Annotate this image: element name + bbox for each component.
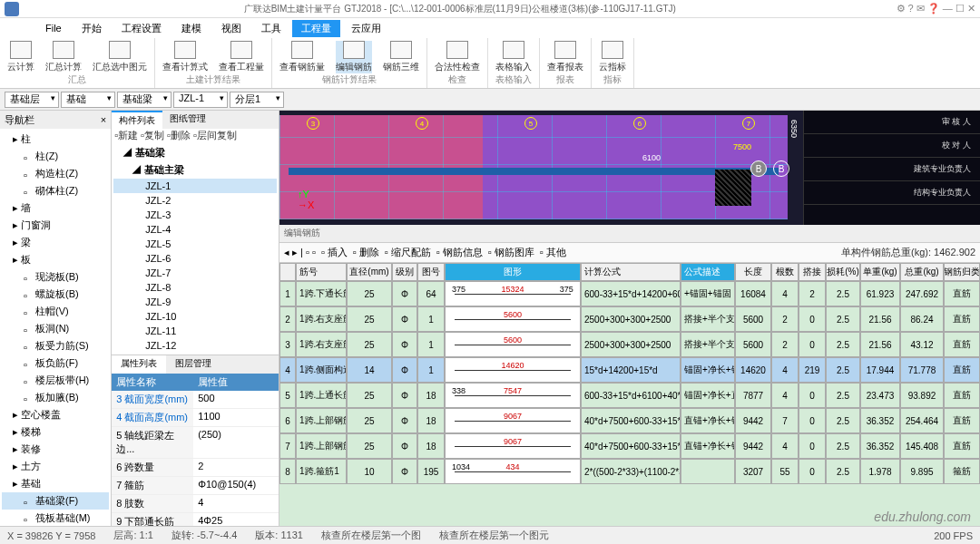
menu-建模[interactable]: 建模 [172, 20, 211, 37]
tree-node[interactable]: ▫柱(Z) [2, 148, 109, 165]
tree-node[interactable]: ▫砌体柱(Z) [2, 182, 109, 199]
ribbon-编辑钢筋[interactable]: 编辑钢筋 [336, 41, 372, 73]
cell[interactable]: 5600 [445, 332, 581, 357]
tree-node[interactable]: ▫板加腋(B) [2, 389, 109, 406]
cell[interactable]: 4 [771, 281, 799, 306]
menu-工具[interactable]: 工具 [252, 20, 290, 37]
ribbon-云指标[interactable]: 云指标 [599, 41, 626, 73]
col-header[interactable]: 计算公式 [581, 263, 681, 281]
tab-图层管理[interactable]: 图层管理 [166, 355, 220, 374]
tree-node[interactable]: ▸ 柱 [2, 131, 109, 148]
cell[interactable]: 23.473 [860, 383, 900, 408]
cell[interactable]: 17.944 [860, 357, 900, 383]
col-header[interactable]: 筋号 [296, 263, 347, 281]
cell[interactable]: 1.978 [860, 459, 900, 484]
cell[interactable]: 4 [771, 433, 799, 459]
gridtool-钢筋信息[interactable]: ▫ 钢筋信息 [436, 246, 483, 259]
table-row[interactable]: 21跨.右支座筋125Φ156002500+300+300+2500搭接+半个支… [279, 306, 980, 332]
list-item[interactable]: JZL-4 [113, 222, 277, 237]
cell[interactable]: 5 [279, 383, 296, 408]
tree-node[interactable]: ▸ 空心楼盖 [2, 406, 109, 423]
table-row[interactable]: 51跨.上通长筋125Φ183387547600-33+15*d+6100+40… [279, 383, 980, 408]
filter-dropdown[interactable]: JZL-1 [173, 92, 228, 108]
cell[interactable]: 18 [417, 383, 445, 408]
cell[interactable]: 5600 [735, 332, 771, 357]
list-item[interactable]: JZL-2 [113, 193, 277, 208]
tree-node[interactable]: ▫板洞(N) [2, 320, 109, 337]
cell[interactable]: 25 [347, 408, 392, 433]
tree-node[interactable]: ▫柱帽(V) [2, 303, 109, 320]
col-header[interactable]: 根数 [771, 263, 799, 281]
cell[interactable]: 600-33+15*d+6100+40*d [581, 383, 681, 408]
cell[interactable]: 2.5 [826, 281, 860, 306]
ribbon-合法性检查[interactable]: 合法性检查 [435, 41, 480, 73]
cell[interactable]: 4 [771, 383, 799, 408]
menu-开始[interactable]: 开始 [73, 20, 111, 37]
cell[interactable]: 3 [279, 332, 296, 357]
cell[interactable]: Φ [392, 433, 417, 459]
cell[interactable]: 1跨.侧面构造筋1 [296, 357, 347, 383]
tree-node[interactable]: ▸ 土方 [2, 458, 109, 475]
cell[interactable]: 8 [279, 459, 296, 484]
cell[interactable]: 1跨.右支座筋2 [296, 332, 347, 357]
tool-新建[interactable]: ▫新建 [114, 129, 138, 142]
cell[interactable]: 36.352 [860, 408, 900, 433]
ribbon-云计算[interactable]: 云计算 [7, 41, 34, 73]
cell[interactable]: Φ [392, 306, 417, 332]
gridtool-插入[interactable]: ▫ 插入 [321, 246, 348, 259]
cell[interactable]: Φ [392, 383, 417, 408]
col-header[interactable]: 长度 [735, 263, 771, 281]
col-header[interactable]: 单重(kg) [860, 263, 900, 281]
cell[interactable]: 1 [417, 332, 445, 357]
cell[interactable]: 0 [799, 459, 826, 484]
col-header[interactable]: 公式描述 [681, 263, 735, 281]
cell[interactable]: 3387547 [445, 383, 581, 408]
cell[interactable]: 1跨.上部钢筋1 [296, 433, 347, 459]
filter-dropdown[interactable]: 分层1 [230, 92, 284, 108]
cell[interactable]: 直筋 [944, 408, 980, 433]
cell[interactable]: 2.5 [826, 306, 860, 332]
cell[interactable]: 40*d+7500+600-33+15*d [581, 408, 681, 433]
ribbon-钢筋三维[interactable]: 钢筋三维 [383, 41, 419, 73]
cell[interactable]: 直筋 [944, 357, 980, 383]
cell[interactable]: 43.12 [900, 332, 944, 357]
ribbon-查看计算式[interactable]: 查看计算式 [162, 41, 208, 73]
cell[interactable]: +锚固+锚固 [681, 281, 735, 306]
cell[interactable]: 195 [417, 459, 445, 484]
cell[interactable]: 1 [279, 281, 296, 306]
list-group[interactable]: ◢ 基础主梁 [113, 161, 277, 179]
cell[interactable]: 55 [771, 459, 799, 484]
cell[interactable]: 21.56 [860, 332, 900, 357]
prop-value[interactable]: Φ10@150(4) [193, 477, 279, 494]
col-header[interactable]: 直径(mm) [347, 263, 392, 281]
tree-node[interactable]: ▫螺旋板(B) [2, 286, 109, 303]
cell[interactable]: 2.5 [826, 357, 860, 383]
cell[interactable]: 2 [279, 306, 296, 332]
tab-构件列表[interactable]: 构件列表 [112, 111, 162, 129]
cell[interactable]: 61.923 [860, 281, 900, 306]
cell[interactable]: 9067 [445, 433, 581, 459]
list-item[interactable]: JZL-7 [113, 266, 277, 280]
col-header[interactable]: 钢筋归类 [944, 263, 980, 281]
nav-close-icon[interactable]: × [101, 114, 106, 125]
cell[interactable]: 0 [799, 433, 826, 459]
tab-属性列表[interactable]: 属性列表 [112, 355, 166, 374]
cell[interactable]: 25 [347, 433, 392, 459]
tree-node[interactable]: ▫楼层板带(H) [2, 372, 109, 389]
prop-value[interactable]: 4 [193, 495, 279, 512]
prop-value[interactable]: 4Φ25 [193, 513, 279, 526]
cell[interactable]: 2.5 [826, 408, 860, 433]
list-group[interactable]: ◢ 基础梁 [113, 144, 277, 161]
cell[interactable]: 搭接+半个支座宽+... [681, 306, 735, 332]
beam-element[interactable] [289, 168, 779, 175]
tree-node[interactable]: ▸ 门窗洞 [2, 217, 109, 234]
menu-File[interactable]: File [36, 21, 71, 35]
cell[interactable]: 箍筋 [944, 459, 980, 484]
tree-node[interactable]: ▫板负筋(F) [2, 355, 109, 372]
menu-工程量[interactable]: 工程量 [292, 20, 340, 37]
cell[interactable]: 直筋 [944, 281, 980, 306]
cell[interactable]: 2*((500-2*33)+(1100-2*33))+2*(13.57*d) [581, 459, 681, 484]
tree-node[interactable]: ▫基础梁(F) [2, 492, 109, 510]
ribbon-查看工程量[interactable]: 查看工程量 [219, 41, 264, 73]
cell[interactable]: 9.895 [900, 459, 944, 484]
